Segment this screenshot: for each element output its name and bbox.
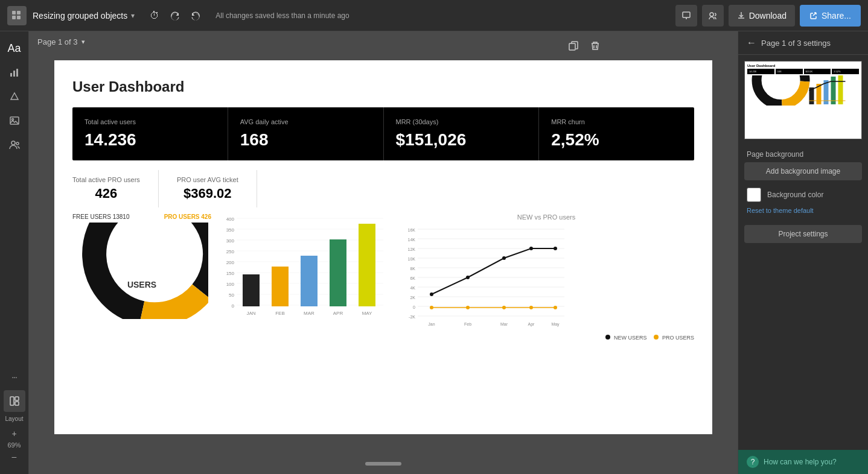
document-title[interactable]: Resizing grouped objects ▾ bbox=[33, 11, 135, 21]
zoom-in-button[interactable]: + bbox=[6, 427, 23, 440]
svg-point-71 bbox=[430, 292, 433, 296]
add-background-image-button[interactable]: Add background image bbox=[744, 162, 862, 180]
bar-chart-svg: 400 350 300 250 200 150 100 50 0 bbox=[217, 213, 386, 322]
metric-value-1: $369.02 bbox=[177, 186, 238, 201]
sidebar-item-more[interactable]: ··· bbox=[4, 366, 25, 388]
page-background-label: Page background bbox=[738, 145, 868, 162]
svg-rect-36 bbox=[243, 274, 260, 306]
title-chevron-icon: ▾ bbox=[131, 11, 135, 20]
svg-point-75 bbox=[554, 247, 557, 250]
svg-rect-4 bbox=[683, 12, 690, 17]
stat-value-0: 14.236 bbox=[85, 130, 215, 150]
stat-card-total-active: Total active users 14.236 bbox=[72, 107, 228, 160]
thumbnail-content: User Dashboard 14.236 168 $151K 2.52% bbox=[745, 62, 861, 139]
svg-rect-7 bbox=[13, 71, 15, 77]
svg-point-73 bbox=[502, 256, 506, 260]
page-indicator[interactable]: Page 1 of 3 ▾ bbox=[37, 37, 85, 46]
present-button[interactable] bbox=[675, 5, 697, 27]
save-status: All changes saved less than a minute ago bbox=[215, 11, 349, 20]
share-button[interactable]: Share... bbox=[800, 5, 861, 27]
canvas-area[interactable]: Page 1 of 3 ▾ User Dashboard Total activ… bbox=[29, 31, 738, 474]
svg-rect-8 bbox=[16, 69, 18, 77]
zoom-level: 69% bbox=[7, 441, 21, 449]
stat-card-mrr-churn: MRR churn 2,52% bbox=[539, 107, 694, 160]
svg-point-11 bbox=[11, 141, 15, 145]
new-users-dot bbox=[605, 335, 610, 340]
legend-pro-users: PRO USERS bbox=[654, 335, 694, 341]
svg-text:Jan: Jan bbox=[428, 322, 435, 326]
stat-label-1: AVG daily active bbox=[240, 118, 371, 125]
help-icon: ? bbox=[747, 456, 759, 468]
svg-text:USERS: USERS bbox=[127, 280, 156, 289]
svg-text:May: May bbox=[551, 322, 560, 327]
panel-back-button[interactable]: ← bbox=[747, 37, 756, 48]
chart-legend: NEW USERS PRO USERS bbox=[398, 335, 694, 341]
history-button[interactable]: ⏱ bbox=[145, 7, 164, 25]
page-chevron-icon: ▾ bbox=[81, 38, 85, 46]
scroll-indicator bbox=[365, 462, 401, 466]
download-button[interactable]: Download bbox=[729, 5, 795, 27]
app-logo[interactable] bbox=[7, 6, 27, 25]
sidebar-item-shapes[interactable] bbox=[4, 86, 25, 107]
pro-users-dot bbox=[654, 335, 659, 340]
layout-label: Layout bbox=[5, 416, 23, 422]
main-area: Aa ··· Layout + 69% – Page 1 of 3 bbox=[0, 31, 868, 474]
svg-text:Feb: Feb bbox=[464, 322, 471, 326]
redo-button[interactable] bbox=[187, 7, 205, 25]
svg-text:10K: 10K bbox=[408, 257, 416, 261]
svg-text:FEB: FEB bbox=[275, 311, 285, 316]
sidebar-item-font[interactable]: Aa bbox=[4, 37, 25, 59]
svg-rect-3 bbox=[17, 16, 21, 19]
help-footer[interactable]: ? How can we help you? bbox=[738, 450, 868, 474]
bg-color-label: Background color bbox=[767, 191, 823, 199]
sidebar-item-charts[interactable] bbox=[4, 62, 25, 83]
svg-text:16K: 16K bbox=[408, 228, 416, 232]
page-top-right-icons bbox=[565, 37, 604, 54]
free-users-label: FREE USERS 13810 bbox=[72, 213, 130, 220]
undo-button[interactable] bbox=[166, 7, 184, 25]
line-chart: NEW vs PRO users 16K 14K 12K 10K 8K 6K 4… bbox=[398, 213, 694, 341]
svg-point-76 bbox=[430, 306, 433, 309]
project-settings-button[interactable]: Project settings bbox=[744, 225, 862, 243]
zoom-out-button[interactable]: – bbox=[6, 450, 23, 463]
svg-point-77 bbox=[466, 306, 470, 309]
donut-labels: FREE USERS 13810 PRO USERS 426 bbox=[72, 213, 211, 220]
stat-card-avg-daily: AVG daily active 168 bbox=[228, 107, 384, 160]
canvas-page[interactable]: User Dashboard Total active users 14.236… bbox=[54, 60, 712, 434]
svg-point-80 bbox=[554, 306, 557, 309]
svg-rect-2 bbox=[12, 16, 16, 19]
metric-avg-ticket: PRO user AVG ticket $369.02 bbox=[159, 170, 257, 207]
svg-text:150: 150 bbox=[226, 271, 235, 276]
stat-card-mrr: MRR (30days) $151,026 bbox=[384, 107, 540, 160]
svg-point-72 bbox=[466, 276, 470, 279]
stat-value-3: 2,52% bbox=[551, 130, 682, 150]
sidebar-item-images[interactable] bbox=[4, 110, 25, 131]
svg-text:200: 200 bbox=[226, 260, 235, 265]
svg-text:100: 100 bbox=[226, 282, 235, 287]
layout-button[interactable] bbox=[4, 390, 25, 412]
metric-label-1: PRO user AVG ticket bbox=[177, 176, 238, 183]
donut-chart: FREE USERS 13810 PRO USERS 426 USERS bbox=[72, 213, 211, 319]
sidebar-item-users[interactable] bbox=[4, 134, 25, 156]
svg-text:12K: 12K bbox=[408, 247, 416, 251]
svg-point-78 bbox=[502, 306, 506, 309]
delete-page-button[interactable] bbox=[587, 37, 604, 54]
reset-theme-link[interactable]: Reset to theme default bbox=[738, 207, 868, 220]
layout-section: Layout bbox=[4, 390, 25, 422]
svg-text:JAN: JAN bbox=[246, 311, 255, 316]
svg-text:APR: APR bbox=[333, 311, 343, 316]
duplicate-page-button[interactable] bbox=[565, 37, 582, 54]
svg-rect-1 bbox=[17, 11, 21, 14]
page-thumbnail: User Dashboard 14.236 168 $151K 2.52% bbox=[744, 61, 862, 139]
collaborate-button[interactable] bbox=[702, 5, 724, 27]
background-color-swatch[interactable] bbox=[747, 188, 761, 202]
left-sidebar: Aa ··· Layout + 69% – bbox=[0, 31, 29, 474]
panel-header-title: Page 1 of 3 settings bbox=[761, 39, 831, 48]
zoom-controls: + 69% – bbox=[6, 427, 23, 463]
right-panel: ← Page 1 of 3 settings User Dashboard 14… bbox=[738, 31, 868, 474]
svg-point-79 bbox=[529, 306, 533, 309]
svg-text:MAR: MAR bbox=[304, 311, 314, 316]
metric-value-0: 426 bbox=[72, 186, 140, 201]
svg-rect-84 bbox=[831, 77, 836, 104]
help-label: How can we help you? bbox=[764, 458, 837, 466]
